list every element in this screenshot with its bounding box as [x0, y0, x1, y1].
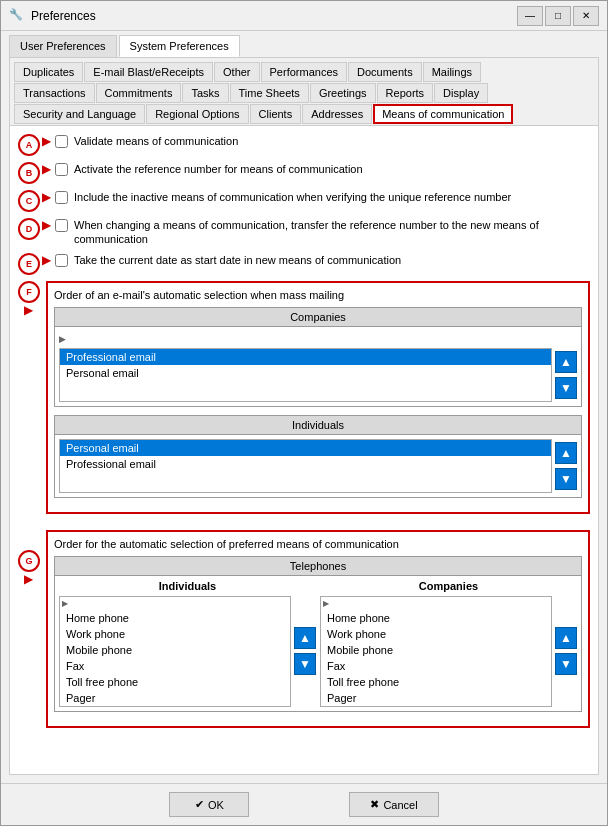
checkbox-b[interactable]: [55, 163, 68, 176]
checkbox-e-label: Take the current date as start date in n…: [74, 253, 401, 267]
companies-arrows: ▲ ▼: [555, 348, 577, 402]
ind-fax[interactable]: Fax: [60, 658, 290, 674]
telephone-columns: ▶ Home phone Work phone Mobile phone Fax…: [59, 596, 577, 707]
companies-phone-up-button[interactable]: ▲: [555, 627, 577, 649]
checkbox-row-a: A ▶ Validate means of communication: [18, 134, 590, 156]
preferred-section: Order for the automatic selection of pre…: [46, 530, 590, 728]
app-icon: 🔧: [9, 8, 25, 24]
co-toll-free[interactable]: Toll free phone: [321, 674, 551, 690]
tab-mailings[interactable]: Mailings: [423, 62, 481, 82]
checkbox-e[interactable]: [55, 254, 68, 267]
tab-tasks[interactable]: Tasks: [182, 83, 228, 103]
tab-duplicates[interactable]: Duplicates: [14, 62, 83, 82]
checkbox-d[interactable]: [55, 219, 68, 232]
tab-performances[interactable]: Performances: [261, 62, 347, 82]
co-work-phone[interactable]: Work phone: [321, 626, 551, 642]
tab-commitments[interactable]: Commitments: [96, 83, 182, 103]
cancel-button[interactable]: ✖ Cancel: [349, 792, 438, 817]
title-bar: 🔧 Preferences — □ ✕: [1, 1, 607, 31]
ind-pager[interactable]: Pager: [60, 690, 290, 706]
individuals-email-header: Individuals: [55, 416, 581, 435]
circle-g: G: [18, 550, 40, 572]
individuals-email-down-button[interactable]: ▼: [555, 468, 577, 490]
arrow-d: ▶: [42, 218, 51, 232]
ok-label: OK: [208, 799, 224, 811]
tab-reports[interactable]: Reports: [377, 83, 434, 103]
list-item-professional-email-ind[interactable]: Professional email: [60, 456, 551, 472]
companies-list: Professional email Personal email: [59, 348, 552, 402]
circle-f: F: [18, 281, 40, 303]
tab-display[interactable]: Display: [434, 83, 488, 103]
companies-phone-list: ▶ Home phone Work phone Mobile phone Fax…: [320, 596, 552, 707]
individuals-phone-up-button[interactable]: ▲: [294, 627, 316, 649]
checkbox-row-d: D ▶ When changing a means of communicati…: [18, 218, 590, 247]
individuals-email-subsection: Individuals Personal email Professional …: [54, 415, 582, 498]
co-expand-icon: ▶: [321, 597, 551, 610]
co-home-phone[interactable]: Home phone: [321, 610, 551, 626]
tab-security[interactable]: Security and Language: [14, 104, 145, 124]
checkbox-a[interactable]: [55, 135, 68, 148]
ind-toll-free[interactable]: Toll free phone: [60, 674, 290, 690]
checkbox-d-label: When changing a means of communication, …: [74, 218, 590, 247]
tab-transactions[interactable]: Transactions: [14, 83, 95, 103]
ok-checkmark-icon: ✔: [195, 798, 204, 811]
ind-home-phone[interactable]: Home phone: [60, 610, 290, 626]
close-button[interactable]: ✕: [573, 6, 599, 26]
circle-a: A: [18, 134, 40, 156]
inner-tabs-container: Duplicates E-mail Blast/eReceipts Other …: [10, 58, 598, 126]
ok-button[interactable]: ✔ OK: [169, 792, 249, 817]
companies-phone-down-button[interactable]: ▼: [555, 653, 577, 675]
checkbox-row-b: B ▶ Activate the reference number for me…: [18, 162, 590, 184]
tab-means-of-communication[interactable]: Means of communication: [373, 104, 513, 124]
individuals-phone-down-button[interactable]: ▼: [294, 653, 316, 675]
companies-expand-icon: ▶: [59, 334, 66, 344]
tab-clients[interactable]: Clients: [250, 104, 302, 124]
companies-list-area: Professional email Personal email ▲ ▼: [59, 348, 577, 402]
co-pager[interactable]: Pager: [321, 690, 551, 706]
outer-tab-bar: User Preferences System Preferences: [1, 31, 607, 57]
companies-phone-area: ▶ Home phone Work phone Mobile phone Fax…: [320, 596, 577, 707]
ind-expand-icon: ▶: [60, 597, 290, 610]
tab-user-preferences[interactable]: User Preferences: [9, 35, 117, 57]
individuals-email-arrows: ▲ ▼: [555, 439, 577, 493]
arrow-c: ▶: [42, 190, 51, 204]
checkbox-b-label: Activate the reference number for means …: [74, 162, 363, 176]
tab-documents[interactable]: Documents: [348, 62, 422, 82]
co-mobile-phone[interactable]: Mobile phone: [321, 642, 551, 658]
companies-up-button[interactable]: ▲: [555, 351, 577, 373]
individuals-phone-area: ▶ Home phone Work phone Mobile phone Fax…: [59, 596, 316, 707]
tab-timesheets[interactable]: Time Sheets: [230, 83, 309, 103]
email-section: Order of an e-mail's automatic selection…: [46, 281, 590, 514]
tab-other[interactable]: Other: [214, 62, 260, 82]
individuals-email-list-area: Personal email Professional email ▲ ▼: [59, 439, 577, 493]
tab-addresses[interactable]: Addresses: [302, 104, 372, 124]
cancel-x-icon: ✖: [370, 798, 379, 811]
list-item-personal-email-co[interactable]: Personal email: [60, 365, 551, 381]
arrow-a: ▶: [42, 134, 51, 148]
window-controls: — □ ✕: [517, 6, 599, 26]
tab-regional[interactable]: Regional Options: [146, 104, 248, 124]
checkbox-c-label: Include the inactive means of communicat…: [74, 190, 511, 204]
inner-tab-row-1: Duplicates E-mail Blast/eReceipts Other …: [14, 62, 594, 84]
ind-mobile-phone[interactable]: Mobile phone: [60, 642, 290, 658]
list-item-personal-email-ind[interactable]: Personal email: [60, 440, 551, 456]
arrow-f: ▶: [24, 303, 33, 317]
companies-down-button[interactable]: ▼: [555, 377, 577, 399]
cancel-label: Cancel: [383, 799, 417, 811]
tab-email-blast[interactable]: E-mail Blast/eReceipts: [84, 62, 213, 82]
companies-phone-col: ▶ Home phone Work phone Mobile phone Fax…: [320, 596, 577, 707]
checkbox-c[interactable]: [55, 191, 68, 204]
checkbox-row-e: E ▶ Take the current date as start date …: [18, 253, 590, 275]
list-item-professional-email-co[interactable]: Professional email: [60, 349, 551, 365]
individuals-email-up-button[interactable]: ▲: [555, 442, 577, 464]
maximize-button[interactable]: □: [545, 6, 571, 26]
ind-work-phone[interactable]: Work phone: [60, 626, 290, 642]
checkbox-a-label: Validate means of communication: [74, 134, 238, 148]
minimize-button[interactable]: —: [517, 6, 543, 26]
tab-system-preferences[interactable]: System Preferences: [119, 35, 240, 57]
tab-greetings[interactable]: Greetings: [310, 83, 376, 103]
co-fax[interactable]: Fax: [321, 658, 551, 674]
inner-tab-row-2: Transactions Commitments Tasks Time Shee…: [14, 83, 594, 105]
companies-col-header: Companies: [320, 580, 577, 592]
individuals-col-header: Individuals: [59, 580, 316, 592]
